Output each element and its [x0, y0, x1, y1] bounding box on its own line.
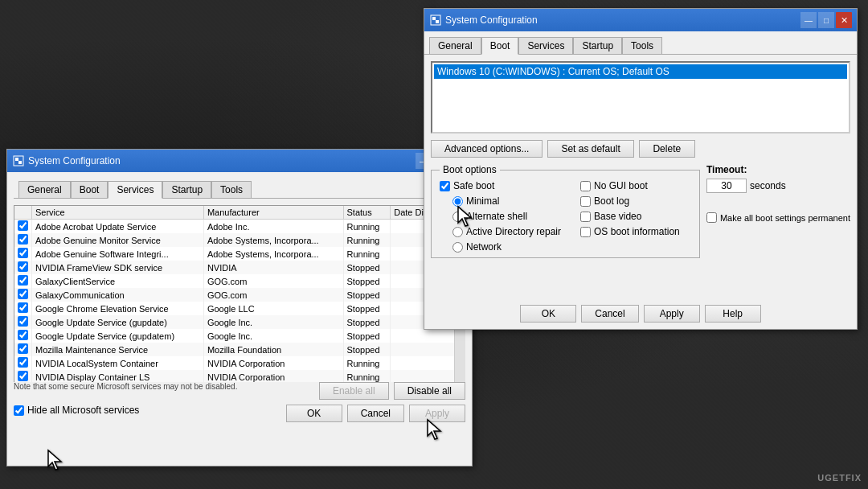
service-checkbox[interactable] [18, 234, 28, 244]
service-status: Running [343, 247, 391, 261]
table-row[interactable]: Google Update Service (gupdatem) Google … [14, 329, 465, 343]
advanced-options-button[interactable]: Advanced options... [431, 140, 542, 158]
service-checkbox[interactable] [18, 330, 28, 340]
base-video-checkbox[interactable] [580, 212, 591, 222]
col-manufacturer[interactable]: Manufacturer [203, 206, 343, 220]
service-checkbox[interactable] [18, 275, 28, 286]
hide-services-checkbox[interactable] [14, 405, 24, 416]
service-name: NVIDIA Display Container LS [32, 370, 204, 382]
col-status[interactable]: Status [343, 206, 391, 220]
table-row[interactable]: Adobe Genuine Software Integri... Adobe … [14, 247, 465, 261]
table-row[interactable]: Google Update Service (gupdate) Google I… [14, 315, 465, 329]
alternate-shell-radio[interactable] [452, 212, 463, 222]
delete-button[interactable]: Delete [639, 140, 695, 158]
svg-rect-2 [18, 161, 22, 164]
network-radio[interactable] [452, 242, 463, 253]
services-window: System Configuration — □ ✕ General Boot … [6, 149, 473, 466]
table-row[interactable]: Adobe Genuine Monitor Service Adobe Syst… [14, 233, 465, 247]
table-row[interactable]: NVIDIA Display Container LS NVIDIA Corpo… [14, 370, 465, 382]
network-label: Network [466, 241, 502, 253]
boot-maximize-button[interactable]: □ [818, 12, 834, 28]
safe-boot-label: Safe boot [453, 180, 494, 191]
os-boot-info-checkbox[interactable] [580, 227, 591, 237]
safe-boot-checkbox[interactable] [440, 181, 450, 191]
boot-window-title: System Configuration [445, 14, 538, 26]
table-row[interactable]: GalaxyClientService GOG.com Stopped [14, 274, 465, 288]
services-cancel-button[interactable]: Cancel [347, 405, 404, 422]
disable-all-button[interactable]: Disable all [394, 382, 465, 400]
services-tab-bar: General Boot Services Startup Tools [14, 175, 465, 199]
boot-tab-tools[interactable]: Tools [622, 37, 662, 55]
boot-close-button[interactable]: ✕ [836, 12, 852, 28]
tab-general[interactable]: General [18, 181, 71, 199]
set-as-default-button[interactable]: Set as default [547, 140, 633, 158]
service-name: Adobe Acrobat Update Service [32, 220, 204, 234]
boot-log-checkbox[interactable] [580, 196, 591, 207]
hide-services-row: Hide all Microsoft services [14, 405, 139, 416]
service-checkbox[interactable] [18, 343, 28, 354]
boot-tab-startup[interactable]: Startup [573, 37, 622, 55]
table-row[interactable]: Mozilla Maintenance Service Mozilla Foun… [14, 343, 465, 356]
no-gui-option: No GUI boot [580, 180, 680, 191]
tab-tools[interactable]: Tools [211, 181, 252, 199]
table-row[interactable]: Adobe Acrobat Update Service Adobe Inc. … [14, 220, 465, 234]
service-name: Google Update Service (gupdatem) [32, 329, 204, 343]
col-service[interactable]: Service [32, 206, 204, 220]
service-checkbox[interactable] [18, 316, 28, 327]
boot-tab-general[interactable]: General [429, 37, 481, 55]
service-date [391, 356, 465, 370]
base-video-label: Base video [594, 211, 641, 222]
no-gui-checkbox[interactable] [580, 181, 591, 191]
service-status: Stopped [343, 288, 391, 302]
service-checkbox[interactable] [18, 261, 28, 272]
service-checkbox[interactable] [18, 371, 28, 381]
boot-cancel-button[interactable]: Cancel [581, 305, 638, 323]
boot-tab-boot[interactable]: Boot [481, 37, 519, 55]
base-video-option: Base video [580, 211, 680, 222]
services-table-container: Service Manufacturer Status Date Disable… [14, 205, 465, 382]
tab-boot[interactable]: Boot [71, 181, 108, 199]
services-ok-button[interactable]: OK [286, 405, 342, 422]
boot-tab-services[interactable]: Services [518, 37, 573, 55]
service-name: Adobe Genuine Monitor Service [32, 233, 204, 247]
boot-options-label: Boot options [440, 164, 500, 175]
boot-os-list[interactable]: Windows 10 (C:\WINDOWS) : Current OS; De… [431, 61, 850, 134]
tab-startup[interactable]: Startup [162, 181, 211, 199]
boot-help-button[interactable]: Help [705, 305, 761, 323]
permanent-checkbox[interactable] [706, 212, 717, 223]
table-row[interactable]: GalaxyCommunication GOG.com Stopped [14, 288, 465, 302]
safe-boot-option: Safe boot [440, 180, 561, 191]
service-checkbox[interactable] [18, 248, 28, 258]
boot-apply-button[interactable]: Apply [644, 305, 700, 323]
boot-os-item[interactable]: Windows 10 (C:\WINDOWS) : Current OS; De… [434, 64, 847, 79]
service-status: Stopped [343, 329, 391, 343]
watermark: UGETFIX [817, 473, 862, 483]
active-directory-radio[interactable] [452, 227, 463, 237]
boot-options-fieldset: Boot options Safe boot Minimal [431, 164, 700, 258]
no-gui-label: No GUI boot [594, 180, 648, 191]
service-manufacturer: GOG.com [203, 274, 343, 288]
boot-ok-button[interactable]: OK [520, 305, 576, 323]
service-manufacturer: Adobe Systems, Incorpora... [203, 233, 343, 247]
service-status: Stopped [343, 261, 391, 274]
service-manufacturer: Google Inc. [203, 329, 343, 343]
service-checkbox[interactable] [18, 289, 28, 299]
table-row[interactable]: Google Chrome Elevation Service Google L… [14, 302, 465, 315]
alternate-shell-option: Alternate shell [440, 211, 561, 222]
permanent-label: Make all boot settings permanent [720, 212, 850, 224]
boot-minimize-button[interactable]: — [800, 12, 817, 28]
alternate-shell-label: Alternate shell [466, 211, 527, 222]
timeout-input[interactable]: 30 [706, 179, 747, 193]
minimal-radio[interactable] [452, 196, 463, 207]
table-row[interactable]: NVIDIA FrameView SDK service NVIDIA Stop… [14, 261, 465, 274]
minimal-option: Minimal [440, 195, 561, 207]
services-window-title: System Configuration [28, 155, 121, 166]
service-checkbox[interactable] [18, 220, 28, 231]
tab-services[interactable]: Services [108, 181, 162, 199]
service-checkbox[interactable] [18, 302, 28, 313]
boot-advanced-row: Advanced options... Set as default Delet… [424, 137, 857, 161]
services-apply-button[interactable]: Apply [409, 405, 465, 422]
enable-all-button[interactable]: Enable all [319, 382, 389, 400]
service-checkbox[interactable] [18, 357, 28, 368]
table-row[interactable]: NVIDIA LocalSystem Container NVIDIA Corp… [14, 356, 465, 370]
